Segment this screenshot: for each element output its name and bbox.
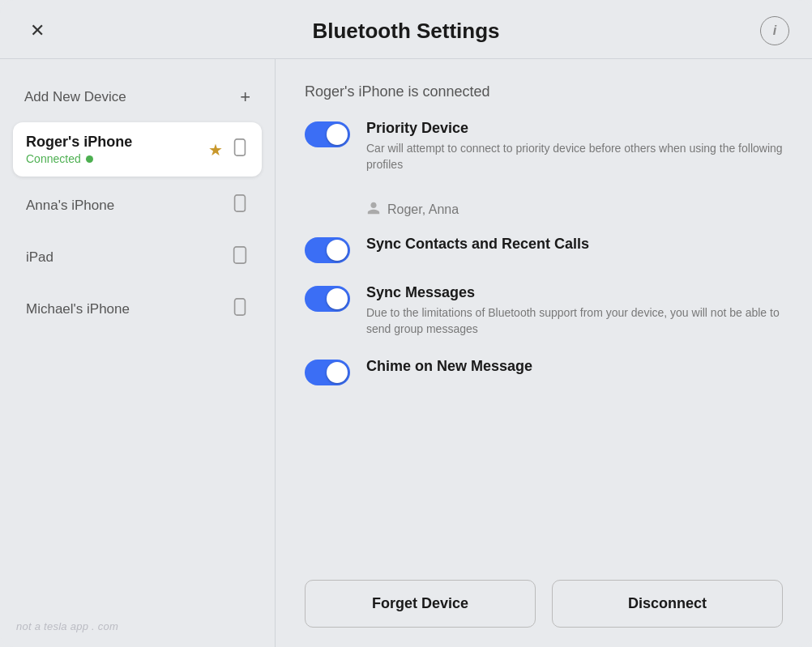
close-icon: ✕ [30, 20, 45, 41]
sync-messages-toggle[interactable] [305, 286, 350, 312]
page-title: Bluetooth Settings [312, 19, 499, 44]
sync-contacts-title: Sync Contacts and Recent Calls [366, 236, 783, 253]
profile-row: Roger, Anna [305, 201, 783, 219]
device-item-michaels-iphone[interactable]: Michael's iPhone [13, 287, 262, 332]
status-dot-icon [86, 155, 93, 163]
person-icon [366, 201, 381, 219]
device-status: Connected [26, 152, 132, 165]
disconnect-button[interactable]: Disconnect [552, 580, 783, 628]
svg-rect-2 [234, 247, 246, 263]
device-settings-panel: Roger's iPhone is connected Priority Dev… [276, 59, 812, 647]
tablet-icon [231, 246, 249, 269]
priority-device-toggle[interactable] [305, 121, 350, 147]
chime-title: Chime on New Message [366, 358, 783, 375]
device-item-annas-iphone[interactable]: Anna's iPhone [13, 183, 262, 228]
profile-names: Roger, Anna [387, 202, 459, 217]
device-item-ipad[interactable]: iPad [13, 235, 262, 280]
device-name: Michael's iPhone [26, 301, 130, 317]
phone-icon [231, 298, 249, 321]
star-icon: ★ [208, 140, 223, 160]
add-device-row[interactable]: Add New Device + [13, 79, 262, 116]
add-icon: + [240, 87, 250, 108]
connected-status-label: Roger's iPhone is connected [305, 83, 783, 100]
device-name: iPad [26, 249, 53, 266]
forget-device-button[interactable]: Forget Device [305, 580, 536, 628]
sync-messages-title: Sync Messages [366, 284, 783, 301]
info-button[interactable]: i [760, 16, 789, 45]
svg-rect-0 [235, 138, 246, 155]
info-icon: i [773, 23, 776, 38]
svg-rect-1 [235, 195, 246, 211]
device-name: Anna's iPhone [26, 198, 114, 214]
svg-rect-3 [235, 299, 246, 315]
bluetooth-settings-modal: ✕ Bluetooth Settings i Add New Device + … [0, 0, 812, 647]
sync-messages-setting: Sync Messages Due to the limitations of … [305, 284, 783, 338]
chime-setting: Chime on New Message [305, 358, 783, 385]
phone-icon [231, 138, 249, 161]
priority-device-title: Priority Device [366, 120, 783, 137]
sync-contacts-toggle[interactable] [305, 237, 350, 263]
sync-contacts-setting: Sync Contacts and Recent Calls [305, 236, 783, 263]
phone-icon [231, 194, 249, 217]
sync-messages-desc: Due to the limitations of Bluetooth supp… [366, 304, 783, 338]
device-name: Roger's iPhone [26, 134, 132, 151]
bottom-actions: Forget Device Disconnect [305, 564, 783, 628]
watermark: not a tesla app . com [16, 620, 118, 632]
device-status-text: Connected [26, 152, 81, 165]
header: ✕ Bluetooth Settings i [0, 0, 812, 59]
main-content: Add New Device + Roger's iPhone Connecte… [0, 59, 812, 647]
add-device-label: Add New Device [24, 89, 126, 105]
chime-toggle[interactable] [305, 360, 350, 385]
device-item-rogers-iphone[interactable]: Roger's iPhone Connected ★ [13, 122, 262, 177]
priority-device-setting: Priority Device Car will attempt to conn… [305, 120, 783, 173]
close-button[interactable]: ✕ [23, 16, 52, 45]
device-list-panel: Add New Device + Roger's iPhone Connecte… [0, 59, 276, 647]
priority-device-desc: Car will attempt to connect to priority … [366, 140, 783, 173]
